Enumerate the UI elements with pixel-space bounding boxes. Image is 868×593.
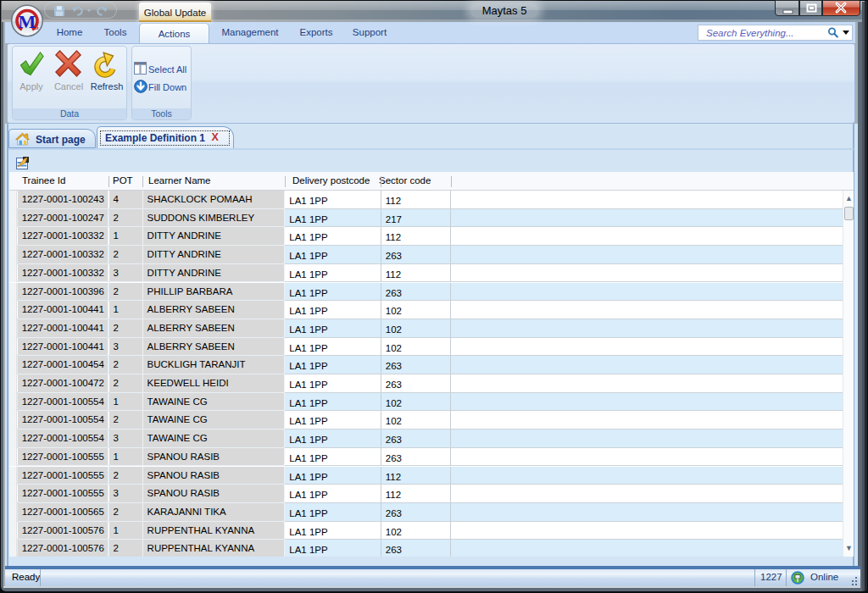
svg-text:5: 5 <box>36 24 39 31</box>
svg-text:M: M <box>19 11 36 32</box>
